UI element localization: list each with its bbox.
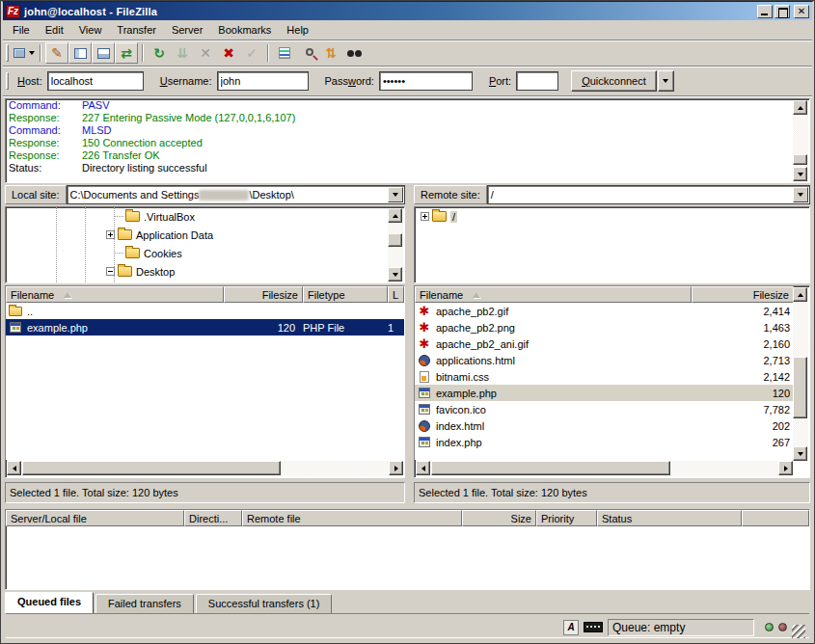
- disconnect-button[interactable]: ✖: [217, 42, 240, 64]
- local-directory-tree[interactable]: .VirtualBox Application Data Cookies Des…: [5, 206, 405, 283]
- scroll-right-button[interactable]: [778, 461, 793, 475]
- local-site-combobox[interactable]: C:\Documents and Settings\Desktop\: [67, 185, 405, 204]
- process-queue-button[interactable]: ⇊: [171, 42, 194, 64]
- scrollbar-thumb[interactable]: [793, 357, 807, 418]
- column-header-filename[interactable]: Filename: [6, 286, 224, 303]
- file-row[interactable]: index.html202: [415, 417, 794, 434]
- column-header-status[interactable]: Status: [597, 510, 742, 526]
- column-header-filetype[interactable]: Filetype: [303, 286, 388, 303]
- minimize-button[interactable]: [757, 5, 773, 18]
- file-row[interactable]: applications.html2,713: [415, 352, 794, 368]
- tab-successful-transfers[interactable]: Successful transfers (1): [196, 594, 333, 613]
- scrollbar-thumb[interactable]: [793, 154, 807, 165]
- site-manager-button[interactable]: [13, 42, 36, 64]
- file-row-parent-dir[interactable]: ..: [6, 303, 404, 319]
- toggle-message-log-button[interactable]: ✎: [45, 42, 68, 64]
- local-file-list[interactable]: Filename Filesize Filetype L .. example.…: [5, 285, 405, 478]
- column-header-priority[interactable]: Priority: [536, 510, 597, 526]
- expand-icon[interactable]: [106, 230, 115, 239]
- menu-edit[interactable]: Edit: [38, 21, 71, 39]
- remote-vertical-scrollbar[interactable]: [793, 287, 808, 461]
- file-row[interactable]: index.php267: [415, 434, 794, 450]
- scroll-up-button[interactable]: [793, 100, 807, 115]
- directory-filters-button[interactable]: [273, 42, 296, 64]
- quickconnect-button[interactable]: Quickconnect: [571, 70, 657, 92]
- scrollbar-thumb[interactable]: [22, 461, 281, 475]
- maximize-button[interactable]: [774, 5, 790, 18]
- column-header-filesize[interactable]: Filesize: [224, 286, 303, 303]
- scroll-down-button[interactable]: [388, 267, 402, 282]
- speed-limit-indicator-icon[interactable]: [584, 622, 603, 632]
- menu-transfer[interactable]: Transfer: [109, 21, 164, 39]
- menu-server[interactable]: Server: [164, 21, 210, 39]
- filezilla-logo-icon[interactable]: Fz: [6, 5, 20, 18]
- collapse-icon[interactable]: [106, 267, 115, 276]
- menu-view[interactable]: View: [71, 21, 110, 39]
- toggle-queue-button[interactable]: ⇄: [115, 42, 138, 64]
- reconnect-button[interactable]: ✓: [240, 42, 263, 64]
- toolbar-grip[interactable]: [6, 44, 9, 62]
- local-horizontal-scrollbar[interactable]: [7, 461, 403, 476]
- column-header-server-local-file[interactable]: Server/Local file: [6, 510, 184, 526]
- refresh-button[interactable]: ↻: [148, 42, 171, 64]
- remote-directory-tree[interactable]: /: [414, 206, 810, 283]
- tree-item[interactable]: Desktop: [6, 262, 404, 281]
- tree-item[interactable]: .VirtualBox: [6, 207, 404, 226]
- file-row[interactable]: ✱apache_pb2_ani.gif2,160: [415, 335, 794, 352]
- port-input[interactable]: [516, 71, 558, 91]
- column-header-filename[interactable]: Filename: [415, 286, 692, 303]
- tree-item[interactable]: Cookies: [6, 244, 404, 262]
- cancel-button[interactable]: ✕: [194, 42, 217, 64]
- menu-help[interactable]: Help: [279, 21, 316, 39]
- remote-file-list[interactable]: Filename Filesize ✱apache_pb2.gif2,414 ✱…: [414, 285, 810, 478]
- directory-comparison-button[interactable]: [296, 42, 319, 64]
- menu-bookmarks[interactable]: Bookmarks: [210, 21, 279, 39]
- queue-list[interactable]: Server/Local file Directi... Remote file…: [5, 509, 810, 590]
- column-header-remote-file[interactable]: Remote file: [242, 510, 462, 526]
- tab-failed-transfers[interactable]: Failed transfers: [95, 594, 194, 613]
- remote-horizontal-scrollbar[interactable]: [416, 461, 793, 476]
- column-header-direction[interactable]: Directi...: [184, 510, 242, 526]
- quickconnect-dropdown-button[interactable]: [658, 70, 674, 92]
- toggle-local-tree-button[interactable]: [68, 42, 92, 64]
- synchronized-browsing-button[interactable]: ⇅: [319, 42, 342, 64]
- username-input[interactable]: [217, 71, 309, 91]
- tree-item[interactable]: Application Data: [6, 226, 404, 244]
- file-row[interactable]: ✱apache_pb2.gif2,414: [415, 303, 794, 319]
- resize-grip[interactable]: [792, 625, 805, 638]
- local-tree-vertical-scrollbar[interactable]: [388, 208, 403, 282]
- scroll-up-button[interactable]: [388, 208, 402, 223]
- scroll-down-button[interactable]: [793, 167, 807, 181]
- scroll-up-button[interactable]: [793, 287, 807, 302]
- expand-icon[interactable]: [421, 212, 429, 221]
- log-vertical-scrollbar[interactable]: [793, 100, 808, 181]
- file-row-example-php[interactable]: example.php 120 PHP File 1: [6, 319, 404, 335]
- file-row-example-php[interactable]: example.php120: [415, 385, 794, 401]
- scroll-left-button[interactable]: [416, 461, 430, 475]
- close-button[interactable]: [794, 5, 809, 18]
- file-row[interactable]: favicon.ico7,782: [415, 401, 794, 417]
- column-header-size[interactable]: Size: [462, 510, 536, 526]
- password-input[interactable]: [379, 71, 473, 91]
- scrollbar-thumb[interactable]: [431, 461, 670, 475]
- column-header-filesize[interactable]: Filesize: [692, 286, 794, 303]
- find-files-button[interactable]: [342, 42, 366, 64]
- tab-queued-files[interactable]: Queued files: [5, 592, 94, 613]
- remote-site-combobox[interactable]: /: [487, 185, 810, 204]
- quickconnect-grip[interactable]: [6, 72, 9, 90]
- tree-item-root[interactable]: /: [415, 207, 809, 226]
- remote-site-dropdown-button[interactable]: [793, 187, 808, 202]
- toggle-remote-tree-button[interactable]: [92, 42, 115, 64]
- column-header-modified[interactable]: L: [388, 286, 404, 303]
- message-log[interactable]: Command:PASV Response:227 Entering Passi…: [5, 98, 810, 183]
- host-input[interactable]: [47, 71, 144, 91]
- file-row[interactable]: bitnami.css2,142: [415, 368, 794, 385]
- local-site-dropdown-button[interactable]: [388, 187, 403, 202]
- menu-file[interactable]: File: [5, 21, 38, 39]
- scroll-right-button[interactable]: [389, 461, 403, 475]
- file-row[interactable]: ✱apache_pb2.png1,463: [415, 319, 794, 335]
- transfer-type-indicator-icon[interactable]: A: [563, 620, 579, 635]
- scrollbar-thumb[interactable]: [388, 233, 402, 247]
- scroll-down-button[interactable]: [793, 446, 807, 461]
- scroll-left-button[interactable]: [7, 461, 21, 475]
